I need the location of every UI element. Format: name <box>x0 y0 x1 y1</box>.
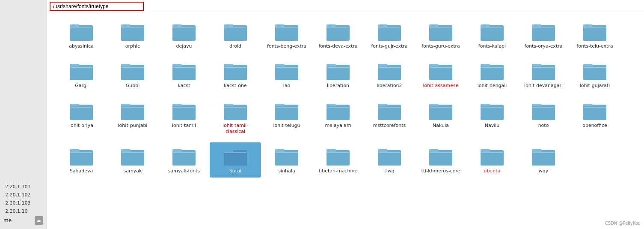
folder-item[interactable]: lohit-gujarati <box>569 57 620 92</box>
folder-item[interactable]: arphic <box>107 18 158 53</box>
svg-rect-102 <box>224 106 247 120</box>
folder-item[interactable]: lohit-telugu <box>261 97 312 139</box>
svg-rect-58 <box>224 66 247 80</box>
svg-rect-146 <box>224 152 247 166</box>
svg-rect-38 <box>532 27 555 41</box>
folder-label: ubuntu <box>484 168 500 174</box>
folder-label: Gargi <box>75 83 88 89</box>
folder-label: lohit-devanagari <box>524 83 563 89</box>
folder-label: tibetan-machine <box>319 168 357 174</box>
sidebar-item-2[interactable]: 2.20.1.103 <box>2 199 45 207</box>
svg-rect-135 <box>70 152 92 153</box>
folder-item[interactable]: fonts-guru-extra <box>415 18 466 53</box>
folder-item[interactable]: liberation <box>312 57 364 92</box>
folder-label: samyak <box>124 168 142 174</box>
svg-rect-158 <box>378 152 401 166</box>
svg-rect-31 <box>430 27 452 28</box>
folder-item[interactable]: lohit-tamil <box>158 97 210 139</box>
sidebar-item-3[interactable]: 2.20.1.10 <box>2 207 45 215</box>
folder-item[interactable]: fonts-telu-extra <box>569 18 620 53</box>
svg-rect-139 <box>122 152 144 153</box>
folder-label: samyak-fonts <box>168 168 200 174</box>
svg-rect-126 <box>532 106 555 120</box>
svg-rect-70 <box>378 66 401 80</box>
folder-label: fonts-orya-extra <box>525 43 563 49</box>
sidebar-item-1[interactable]: 2.20.1.102 <box>2 191 45 199</box>
svg-rect-6 <box>121 27 144 41</box>
folder-item[interactable]: openoffice <box>569 97 620 139</box>
folder-item[interactable]: dejavu <box>158 18 210 53</box>
svg-rect-7 <box>122 27 144 28</box>
folder-label: lohit-bengali <box>478 83 507 89</box>
svg-rect-34 <box>481 27 504 41</box>
svg-rect-134 <box>70 152 93 166</box>
svg-rect-63 <box>276 67 298 68</box>
folder-item[interactable]: fonts-gujr-extra <box>364 18 415 53</box>
folder-label: fonts-kalapi <box>478 43 506 49</box>
folder-item[interactable]: lohit-assamese <box>415 57 466 92</box>
svg-rect-71 <box>378 67 401 68</box>
svg-rect-59 <box>224 67 246 68</box>
svg-rect-123 <box>481 107 503 108</box>
folder-item[interactable]: samyak <box>107 142 158 178</box>
folder-item[interactable]: Nakula <box>415 97 466 139</box>
svg-rect-30 <box>429 27 452 41</box>
folder-item[interactable]: Sahadeva <box>56 142 107 178</box>
sidebar-item-0[interactable]: 2.20.1.101 <box>2 183 45 191</box>
svg-rect-131 <box>584 107 606 108</box>
folder-item[interactable]: droid <box>210 18 261 53</box>
folder-label: lohit-assamese <box>423 83 458 89</box>
folder-item[interactable]: abyssinica <box>56 18 107 53</box>
folder-item[interactable]: lao <box>261 57 312 92</box>
folder-item[interactable]: lohit-tamil-classical <box>210 97 261 139</box>
svg-rect-35 <box>481 27 503 28</box>
folder-label: fonts-deva-extra <box>318 43 357 49</box>
folder-item[interactable]: malayalam <box>312 97 364 139</box>
svg-rect-98 <box>172 106 196 120</box>
folder-item[interactable]: liberation2 <box>364 57 415 92</box>
address-input[interactable] <box>50 2 144 11</box>
folder-item[interactable]: kacst <box>158 57 210 92</box>
eject-button[interactable]: ⏏ <box>35 216 43 225</box>
folder-item[interactable]: Gargi <box>56 57 107 92</box>
svg-rect-47 <box>70 67 92 68</box>
folder-item[interactable]: sinhala <box>261 142 312 178</box>
folder-item[interactable]: lohit-punjabi <box>107 97 158 139</box>
svg-rect-171 <box>532 152 555 153</box>
watermark: CSDN @PellyKoo <box>605 221 641 226</box>
sidebar: 2.20.1.101 2.20.1.102 2.20.1.103 2.20.1.… <box>0 0 47 229</box>
folder-item[interactable]: fonts-kalapi <box>466 18 518 53</box>
svg-rect-159 <box>378 152 401 153</box>
folder-item[interactable]: noto <box>518 97 569 139</box>
folder-item[interactable]: tibetan-machine <box>312 142 364 178</box>
folder-label: Sarai <box>229 168 241 174</box>
folder-item[interactable]: fonts-deva-extra <box>312 18 364 53</box>
folder-item[interactable]: ttf-khmeros-core <box>415 142 466 178</box>
folder-item[interactable]: tlwg <box>364 142 415 178</box>
folder-item[interactable]: lohit-oriya <box>56 97 107 139</box>
folder-item[interactable]: fonts-beng-extra <box>261 18 312 53</box>
folder-label: sinhala <box>278 168 295 174</box>
svg-rect-154 <box>326 152 350 166</box>
folder-item[interactable]: Gubbi <box>107 57 158 92</box>
svg-rect-79 <box>481 67 503 68</box>
svg-rect-66 <box>326 66 350 80</box>
folder-item[interactable]: Navilu <box>466 97 518 139</box>
folder-item[interactable]: kacst-one <box>210 57 261 92</box>
folder-label: ttf-khmeros-core <box>421 168 460 174</box>
folder-item[interactable]: Sarai <box>210 142 261 178</box>
folder-item[interactable]: msttcorefonts <box>364 97 415 139</box>
sidebar-top <box>0 0 47 179</box>
svg-rect-83 <box>532 67 555 68</box>
svg-rect-26 <box>378 27 401 41</box>
folder-label: Nakula <box>433 123 449 129</box>
folder-item[interactable]: wqy <box>518 142 569 178</box>
svg-rect-55 <box>173 67 195 68</box>
folder-item[interactable]: samyak-fonts <box>158 142 210 178</box>
folder-item[interactable]: ubuntu <box>466 142 518 178</box>
svg-rect-82 <box>532 66 555 80</box>
svg-rect-90 <box>70 106 93 120</box>
folder-item[interactable]: fonts-orya-extra <box>518 18 569 53</box>
folder-item[interactable]: lohit-bengali <box>466 57 518 92</box>
folder-item[interactable]: lohit-devanagari <box>518 57 569 92</box>
